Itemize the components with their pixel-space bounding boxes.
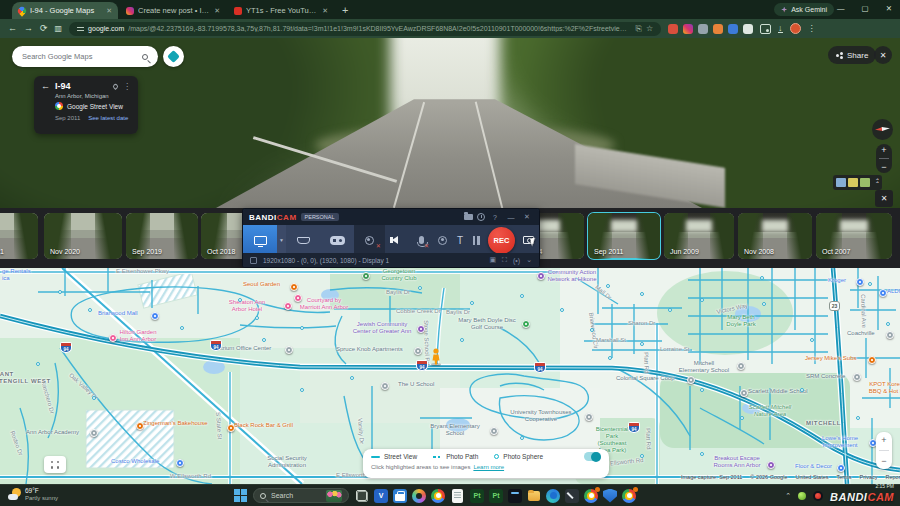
timeline-thumbnail[interactable]: Sep 2019	[126, 213, 198, 259]
defender-shield-icon[interactable]	[603, 489, 617, 503]
mode-dropdown-icon[interactable]: ▼	[277, 225, 286, 255]
text-overlay-button[interactable]: T	[452, 225, 467, 255]
compass[interactable]	[872, 119, 893, 140]
maps-search-box[interactable]: Search Google Maps	[12, 46, 158, 67]
photo-sphere-dot[interactable]	[760, 276, 764, 280]
poi-marker[interactable]	[294, 294, 302, 302]
map-label[interactable]: ge Rentalsica	[2, 268, 31, 282]
photo-sphere-dot[interactable]	[606, 284, 610, 288]
map-label[interactable]: Jewish CommunityCenter of Greater Ann	[353, 321, 412, 335]
poi-marker[interactable]	[879, 289, 887, 297]
photo-sphere-dot[interactable]	[300, 326, 304, 330]
photo-sphere-dot[interactable]	[668, 308, 672, 312]
map-label[interactable]: Floor & Decor	[795, 463, 832, 470]
see-latest-date-link[interactable]: See latest date	[88, 115, 128, 121]
photo-sphere-dot[interactable]	[800, 388, 804, 392]
collapse-carousel-icon[interactable]: ⌃⌃	[874, 180, 879, 186]
back-icon[interactable]: ←	[41, 81, 50, 91]
photo-sphere-dot[interactable]	[810, 338, 814, 342]
microsoft-store-icon[interactable]	[393, 489, 407, 503]
imagery-thumb-green[interactable]	[860, 178, 870, 187]
photo-sphere-dot[interactable]	[700, 298, 704, 302]
zoom-in-icon[interactable]: +	[881, 145, 886, 155]
status-checkbox[interactable]	[250, 257, 257, 264]
photo-sphere-dot[interactable]	[640, 342, 644, 346]
poi-marker[interactable]	[522, 320, 530, 328]
timeline-thumbnail[interactable]: Aug 2021	[0, 213, 38, 259]
map-label[interactable]: Social SecurityAdministration	[267, 455, 307, 469]
map-label[interactable]: Colonial Square Coop	[616, 375, 675, 382]
extension-cr-icon[interactable]	[760, 24, 771, 34]
imagery-thumbnails-bar[interactable]: ⌃⌃	[833, 175, 882, 190]
map-label[interactable]: Hilton GardenInn Ann Arbor	[119, 329, 156, 343]
photo-sphere-dot[interactable]	[856, 416, 860, 420]
map-label[interactable]: The U School	[398, 381, 434, 388]
poi-marker[interactable]	[737, 362, 745, 370]
imagery-thumb-blue[interactable]	[836, 178, 846, 187]
map-label[interactable]: Sheraton AnnArbor Hotel	[229, 299, 265, 313]
more-options-icon[interactable]: ⋮	[123, 82, 131, 91]
forward-icon[interactable]: →	[24, 24, 33, 33]
map-label[interactable]: Kroger	[828, 277, 846, 284]
start-button[interactable]	[234, 489, 247, 502]
chrome-profile-2-icon[interactable]	[584, 489, 598, 503]
photo-sphere-dot[interactable]	[560, 308, 564, 312]
speaker-button[interactable]	[385, 225, 410, 255]
ext-orange[interactable]	[713, 24, 723, 34]
pt-app-icon[interactable]: Pt	[470, 489, 484, 503]
photo-sphere-dot[interactable]	[350, 376, 354, 380]
photo-sphere-dot[interactable]	[886, 322, 890, 326]
poi-marker[interactable]	[585, 413, 593, 421]
poi-marker[interactable]	[837, 464, 845, 472]
minimize-icon[interactable]: —	[505, 214, 517, 221]
collapse-icon[interactable]: ⌄	[526, 256, 532, 264]
imagery-thumb-yellow[interactable]	[848, 178, 858, 187]
share-button[interactable]: Share	[828, 46, 876, 64]
resize-icon[interactable]: ⛶	[502, 256, 507, 264]
map-label[interactable]: MITCHELL	[806, 420, 841, 427]
map-label[interactable]: Cobble Creek Dr	[396, 308, 441, 315]
site-settings-icon[interactable]	[77, 25, 84, 32]
mouse-effect-button[interactable]	[433, 225, 452, 255]
tray-green-icon[interactable]	[798, 492, 806, 500]
game-recording-mode-button[interactable]	[320, 225, 354, 255]
poi-marker[interactable]	[853, 373, 861, 381]
zoom-out-icon[interactable]: −	[881, 162, 886, 172]
map-label[interactable]: Coachville	[847, 330, 875, 337]
search-highlight-image[interactable]	[326, 490, 342, 502]
downloads-icon[interactable]: ↓	[778, 24, 783, 33]
map-label[interactable]: BRYANTPATTENGILL WEST	[0, 371, 51, 385]
timeline-thumbnail[interactable]: Sep 2011	[588, 213, 660, 259]
map-label[interactable]: Seoul Garden	[243, 281, 280, 288]
map-label[interactable]: KPOT KoreanBBQ & Hot Po	[869, 381, 900, 395]
cast-icon[interactable]: ⎘	[636, 24, 642, 34]
photo-sphere-dot[interactable]	[470, 301, 474, 305]
photo-sphere-dot[interactable]	[418, 286, 422, 290]
ask-gemini-button[interactable]: Ask Gemini	[774, 3, 834, 16]
map-label[interactable]: Spruce Knob Apartments	[336, 346, 403, 353]
side-panel-icon[interactable]: ▥	[55, 25, 63, 33]
photo-sphere-dot[interactable]	[460, 338, 464, 342]
tray-chevron-icon[interactable]: ⌃	[785, 492, 791, 500]
close-icon[interactable]: ✕	[886, 4, 892, 13]
webcam-overlay-button[interactable]: ✕	[354, 225, 385, 255]
new-tab-button[interactable]: +	[342, 4, 348, 16]
map-label[interactable]: S State St	[214, 412, 223, 439]
photo-sphere-dot[interactable]	[88, 308, 92, 312]
map-label[interactable]: Mary Beth Doyle DiscGolf Course	[458, 317, 516, 331]
profile-avatar[interactable]	[790, 23, 801, 34]
photo-sphere-dot[interactable]	[520, 294, 524, 298]
browser-menu-icon[interactable]: ⋮	[808, 24, 816, 33]
screen-recording-mode-button[interactable]	[243, 225, 277, 255]
map-label[interactable]: Cardinal Ave	[859, 294, 867, 328]
map-label[interactable]: Baylis Dr	[446, 309, 470, 316]
map-label[interactable]: Briarwood Mall	[98, 310, 138, 317]
photo-sphere-dot[interactable]	[36, 362, 40, 366]
map-label[interactable]: GeorgetownCountry Club	[381, 268, 416, 282]
zoom-in-icon[interactable]: +	[881, 435, 886, 445]
bandicam-icon[interactable]	[508, 489, 522, 503]
photo-sphere-dot[interactable]	[640, 292, 644, 296]
vegas-app-icon[interactable]: V	[374, 489, 388, 503]
poi-marker[interactable]	[90, 429, 98, 437]
browser-tab[interactable]: Create new post • Instagram✕	[120, 2, 226, 19]
